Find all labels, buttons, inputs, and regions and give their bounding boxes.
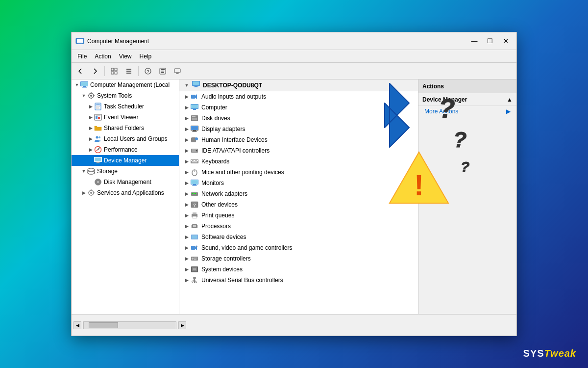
close-button[interactable]: ✕: [499, 36, 513, 47]
more-actions-label: More Actions: [424, 108, 458, 115]
toolbar-btn-list[interactable]: [122, 65, 136, 78]
device-arrow-9: ▶: [183, 191, 190, 196]
actions-title: Actions: [422, 83, 444, 90]
device-item-3[interactable]: ▶ Display adapters: [179, 124, 418, 134]
tree-item-local-users[interactable]: ▶ Local Users and Groups: [72, 133, 179, 144]
menu-action[interactable]: Action: [91, 52, 115, 61]
toolbar-btn-help[interactable]: ?: [141, 65, 155, 78]
device-item-14[interactable]: ▶ Sound, video and game controllers: [179, 242, 418, 253]
tree-item-device-manager[interactable]: Device Manager: [72, 155, 179, 166]
device-label-15: Storage controllers: [201, 255, 251, 262]
svg-text:?: ?: [147, 69, 149, 74]
device-icon-14: [190, 243, 199, 252]
device-item-0[interactable]: ▶ Audio inputs and outputs: [179, 91, 418, 102]
svg-rect-65: [194, 87, 198, 87]
tree-item-storage[interactable]: ▼ Storage: [72, 166, 179, 177]
device-arrow-4: ▶: [183, 137, 190, 142]
device-icon-15: [190, 254, 199, 263]
device-item-16[interactable]: ▶ System devices: [179, 264, 418, 275]
device-item-1[interactable]: ▶ Computer: [179, 102, 418, 113]
arrow-storage: ▼: [80, 168, 87, 175]
scrollbar-thumb[interactable]: [89, 322, 118, 328]
systweak-logo: SYSTweak: [523, 348, 576, 359]
device-icon-7: [190, 168, 199, 177]
device-item-10[interactable]: ▶ ? Other devices: [179, 199, 418, 210]
svg-point-79: [195, 137, 198, 140]
horizontal-scrollbar[interactable]: [83, 321, 176, 329]
tree-item-event-viewer[interactable]: ▶ Event Viewer: [72, 112, 179, 123]
device-arrow-0: ▶: [183, 94, 190, 99]
tree-item-task-scheduler[interactable]: ▶ Task Scheduler: [72, 101, 179, 112]
back-button[interactable]: [74, 65, 87, 78]
menu-file[interactable]: File: [74, 52, 91, 61]
device-item-17[interactable]: ▶ Universal Serial Bus controllers: [179, 275, 418, 286]
device-item-11[interactable]: ▶ Print queues: [179, 210, 418, 221]
minimize-button[interactable]: —: [467, 36, 481, 47]
device-icon-17: [190, 276, 199, 285]
svg-rect-8: [126, 69, 131, 70]
device-list: ▶ Audio inputs and outputs ▶ Computer ▶ …: [179, 91, 418, 286]
menu-help[interactable]: Help: [136, 52, 156, 61]
svg-rect-1: [77, 39, 83, 43]
icon-disk-management: [94, 178, 102, 186]
toolbar-btn-monitor[interactable]: [171, 65, 184, 78]
tree-item-performance[interactable]: ▶ Performance: [72, 144, 179, 155]
svg-point-119: [192, 258, 194, 260]
device-item-7[interactable]: ▶ Mice and other pointing devices: [179, 167, 418, 178]
device-item-12[interactable]: ▶ Processors: [179, 221, 418, 232]
icon-device-manager: [94, 157, 102, 164]
svg-rect-48: [95, 158, 101, 161]
device-icon-1: [190, 103, 199, 112]
device-item-13[interactable]: ▶ Software devices: [179, 232, 418, 242]
svg-rect-86: [194, 160, 195, 161]
device-icon-6: [190, 157, 199, 166]
device-item-2[interactable]: ▶ Disk drives: [179, 113, 418, 124]
device-item-15[interactable]: ▶ Storage controllers: [179, 253, 418, 264]
icon-performance: [94, 146, 102, 154]
forward-button[interactable]: [88, 65, 102, 78]
scroll-left-btn[interactable]: ◀: [74, 321, 81, 329]
device-icon-2: [190, 114, 199, 123]
device-item-9[interactable]: ▶ Network adapters: [179, 188, 418, 199]
svg-rect-93: [191, 180, 198, 184]
tree-item-root[interactable]: ▼ Computer Management (Local: [72, 79, 179, 90]
device-item-4[interactable]: ▶ Human Interface Devices: [179, 134, 418, 145]
svg-point-52: [88, 171, 95, 174]
device-arrow-14: ▶: [183, 245, 190, 250]
toolbar-btn-properties[interactable]: [156, 65, 170, 78]
svg-rect-5: [115, 68, 117, 71]
toolbar-btn-grid[interactable]: [107, 65, 121, 78]
more-actions-arrow: ▶: [506, 108, 511, 115]
more-actions-link[interactable]: More Actions ▶: [418, 106, 516, 117]
svg-rect-87: [196, 160, 196, 161]
scroll-right-btn[interactable]: ▶: [178, 321, 186, 329]
svg-rect-4: [111, 68, 114, 71]
window-bottom: ◀ ▶: [72, 314, 516, 336]
left-panel: ▼ Computer Management (Local ▼: [72, 79, 179, 314]
arrow-disk-management: [87, 179, 94, 185]
svg-rect-40: [96, 115, 100, 116]
tree-item-services[interactable]: ▶ Services and Applications: [72, 187, 179, 198]
tree-item-disk-management[interactable]: Disk Management: [72, 177, 179, 187]
device-item-6[interactable]: ▶ Keyboards: [179, 156, 418, 167]
svg-point-57: [90, 192, 92, 194]
device-item-5[interactable]: ▶ IDE ATA/ATAPI controllers: [179, 145, 418, 156]
menu-view[interactable]: View: [115, 52, 136, 61]
svg-rect-10: [126, 73, 131, 74]
svg-rect-121: [194, 259, 196, 260]
svg-rect-124: [193, 268, 196, 270]
svg-rect-69: [193, 109, 196, 110]
device-manager-section[interactable]: Device Manager ▲: [418, 93, 516, 106]
svg-rect-115: [192, 236, 197, 238]
device-item-8[interactable]: ▶ Monitors: [179, 178, 418, 188]
svg-rect-17: [174, 69, 180, 73]
svg-rect-18: [176, 73, 179, 74]
svg-point-117: [196, 246, 197, 247]
tree-item-shared-folders[interactable]: ▶ Shared Folders: [72, 123, 179, 133]
svg-rect-15: [161, 71, 164, 72]
icon-services: [87, 189, 95, 197]
device-icon-8: [190, 179, 199, 187]
tree-item-system-tools[interactable]: ▼ System Tools: [72, 90, 179, 101]
maximize-button[interactable]: ☐: [483, 36, 497, 47]
svg-rect-21: [81, 82, 88, 86]
